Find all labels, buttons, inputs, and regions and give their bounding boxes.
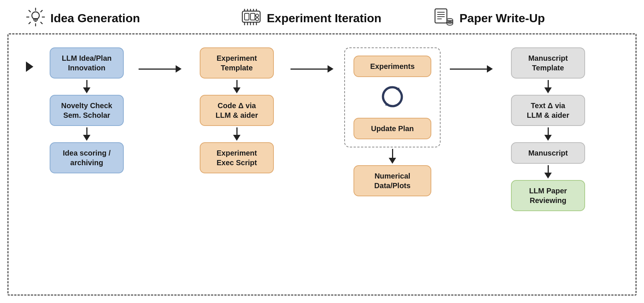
numerical-data-label: NumericalData/Plots: [374, 172, 411, 190]
llm-idea-label: LLM Idea/Plan Innovation: [62, 54, 112, 72]
svg-line-5: [41, 22, 42, 24]
update-plan-label: Update Plan: [371, 124, 414, 133]
headers-row: Idea Generation: [11, 7, 633, 29]
arrow-8: [544, 165, 552, 179]
exp-exec-node: ExperimentExec Script: [200, 142, 274, 173]
idea-to-exp-arrow: [139, 47, 183, 73]
experiment-iteration-header: Experiment Iteration: [241, 7, 396, 29]
arrow-2: [83, 127, 90, 141]
novelty-check-node: Novelty CheckSem. Scholar: [50, 95, 124, 126]
code-delta-label: Code Δ viaLLM & aider: [216, 101, 258, 119]
update-plan-node: Update Plan: [353, 118, 431, 139]
experiments-node: Experiments: [353, 56, 431, 77]
exp-to-iter-arrow: [291, 47, 335, 73]
svg-rect-27: [435, 9, 447, 23]
manuscript-template-node: ManuscriptTemplate: [511, 47, 585, 79]
text-delta-label: Text Δ viaLLM & aider: [527, 101, 569, 119]
manuscript-node: Manuscript: [511, 142, 585, 164]
flow-area: LLM Idea/Plan Innovation Novelty CheckSe…: [11, 40, 633, 281]
iteration-dashed-box: Experiments: [344, 47, 441, 147]
experiment-iteration-title: Experiment Iteration: [267, 11, 381, 25]
exp-template-node: ExperimentTemplate: [200, 47, 274, 79]
circular-arrows: [378, 84, 407, 111]
experiment-column: ExperimentTemplate Code Δ viaLLM & aider…: [183, 47, 291, 173]
novelty-check-label: Novelty CheckSem. Scholar: [61, 101, 112, 119]
text-delta-node: Text Δ viaLLM & aider: [511, 95, 585, 126]
idea-scoring-node: Idea scoring /archiving: [50, 142, 124, 173]
llm-reviewing-label: LLM PaperReviewing: [529, 187, 567, 204]
llm-reviewing-node: LLM PaperReviewing: [511, 180, 585, 211]
svg-point-25: [256, 14, 259, 17]
arrow-7: [544, 127, 552, 141]
arrow-3: [233, 80, 240, 93]
exp-template-label: ExperimentTemplate: [217, 54, 257, 72]
exp-exec-label: ExperimentExec Script: [217, 149, 257, 167]
paper-writeup-title: Paper Write-Up: [459, 11, 545, 25]
arrow-5: [389, 149, 396, 164]
llm-idea-node: LLM Idea/Plan Innovation: [50, 47, 124, 79]
svg-point-26: [256, 18, 259, 21]
svg-line-4: [29, 10, 30, 12]
manuscript-template-label: ManuscriptTemplate: [528, 54, 568, 72]
experiments-label: Experiments: [370, 62, 415, 70]
entry-arrow: [26, 47, 33, 72]
svg-line-6: [41, 10, 42, 12]
arrow-6: [544, 80, 552, 93]
idea-icon: [26, 7, 45, 29]
paper-column: ManuscriptTemplate Text Δ viaLLM & aider…: [494, 47, 602, 211]
iteration-column: Experiments: [335, 47, 450, 196]
svg-line-7: [29, 22, 30, 24]
code-delta-node: Code Δ viaLLM & aider: [200, 95, 274, 126]
paper-icon: [434, 7, 454, 29]
svg-rect-13: [245, 13, 249, 20]
gpu-icon: [241, 7, 262, 29]
idea-scoring-label: Idea scoring /archiving: [63, 149, 111, 167]
manuscript-label: Manuscript: [528, 149, 568, 157]
iter-to-paper-arrow: [450, 47, 494, 73]
main-container: Idea Generation: [0, 0, 644, 303]
arrow-4: [233, 127, 240, 141]
idea-column: LLM Idea/Plan Innovation Novelty CheckSe…: [35, 47, 139, 173]
arrow-1: [83, 80, 90, 93]
paper-writeup-header: Paper Write-Up: [434, 7, 574, 29]
svg-rect-14: [250, 13, 255, 20]
idea-generation-header: Idea Generation: [26, 7, 159, 29]
numerical-data-node: NumericalData/Plots: [353, 165, 431, 196]
idea-generation-title: Idea Generation: [50, 11, 140, 25]
